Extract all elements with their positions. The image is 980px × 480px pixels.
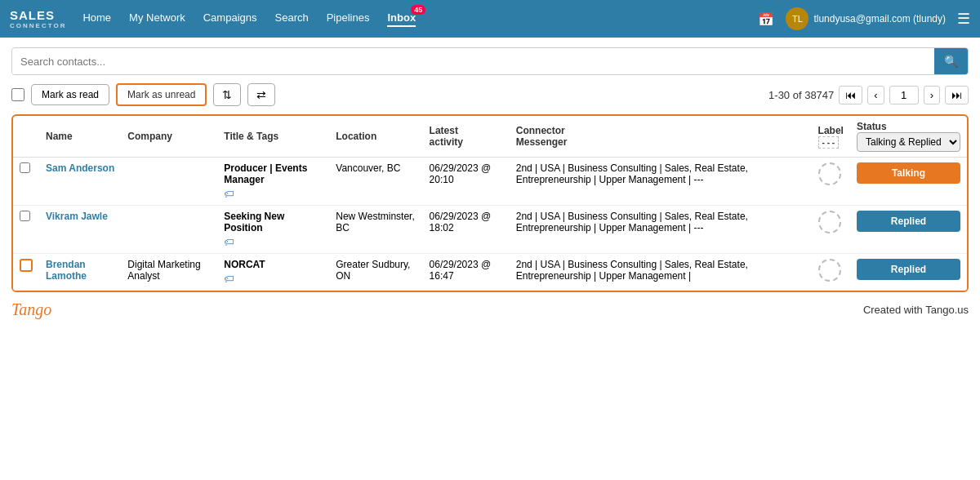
first-page-button[interactable]: ⏮ <box>839 86 862 104</box>
status-header: Status <box>857 121 960 132</box>
contacts-table-wrapper: Name Company Title & Tags Location Lates… <box>11 114 969 292</box>
row2-messenger: 2nd | USA | Business Consulting | Sales,… <box>516 211 748 233</box>
row2-title-cell: Seeking New Position 🏷 <box>217 206 329 254</box>
row3-activity-cell: 06/29/2023 @ 16:47 <box>423 254 510 291</box>
row2-label-cell <box>812 206 850 254</box>
main-content: 🔍 Mark as read Mark as unread ⇅ ⇄ 1-30 o… <box>0 38 980 480</box>
tag-icon-row1: 🏷 <box>224 188 234 200</box>
row1-messenger: 2nd | USA | Business Consulting | Sales,… <box>516 162 748 185</box>
th-company: Company <box>121 116 217 158</box>
search-button[interactable]: 🔍 <box>934 48 968 74</box>
row2-activity-cell: 06/29/2023 @ 18:02 <box>423 206 510 254</box>
tag-icon-row3: 🏷 <box>224 273 234 285</box>
row1-company-cell <box>121 158 217 206</box>
row1-location: Vancouver, BC <box>336 162 400 174</box>
row1-activity: 06/29/2023 @ 20:10 <box>430 162 492 185</box>
row2-location-cell: New Westminster, BC <box>329 206 422 254</box>
row2-activity: 06/29/2023 @ 18:02 <box>430 211 492 233</box>
row1-messenger-cell: 2nd | USA | Business Consulting | Sales,… <box>510 158 812 206</box>
th-checkbox <box>13 116 39 158</box>
navbar: SALES CONNECTOR Home My Network Campaign… <box>0 0 980 38</box>
nav-links: Home My Network Campaigns Search Pipelin… <box>82 11 758 27</box>
search-bar: 🔍 <box>11 47 969 75</box>
logo: SALES CONNECTOR <box>10 8 66 29</box>
row1-status-button[interactable]: Talking <box>857 162 960 184</box>
row1-status-cell: Talking <box>850 158 967 206</box>
pagination-info: 1-30 of 38747 <box>768 89 834 101</box>
table-header-row: Name Company Title & Tags Location Lates… <box>13 116 967 158</box>
nav-inbox[interactable]: Inbox 45 <box>387 11 416 27</box>
hamburger-icon[interactable]: ☰ <box>957 10 970 28</box>
th-location: Location <box>329 116 422 158</box>
shuffle-icon-button[interactable]: ⇄ <box>247 83 275 106</box>
search-input[interactable] <box>12 49 934 74</box>
page-input[interactable] <box>889 86 919 104</box>
select-all-checkbox[interactable] <box>11 88 24 101</box>
row2-checkbox[interactable] <box>20 211 30 221</box>
th-status: Status Talking & Replied All Talking Rep… <box>850 116 967 158</box>
mark-read-button[interactable]: Mark as read <box>31 84 109 105</box>
footer: Tango Created with Tango.us <box>11 292 969 319</box>
next-page-button[interactable]: › <box>924 86 940 104</box>
nav-campaigns[interactable]: Campaigns <box>203 11 257 27</box>
th-label: Label - - - <box>812 116 850 158</box>
row3-label-cell <box>812 254 850 291</box>
logo-text: SALES CONNECTOR <box>10 8 66 29</box>
row2-name-link[interactable]: Vikram Jawle <box>46 211 108 222</box>
th-name: Name <box>39 116 121 158</box>
row1-name-link[interactable]: Sam Anderson <box>46 162 114 174</box>
pagination: 1-30 of 38747 ⏮ ‹ › ⏭ <box>768 86 969 104</box>
row3-company-cell: Digital Marketing Analyst <box>121 254 217 291</box>
table-row: Sam Anderson Producer | Events Manager 🏷… <box>13 158 967 206</box>
row3-checkbox[interactable] <box>20 259 33 272</box>
prev-page-button[interactable]: ‹ <box>867 86 884 104</box>
tango-logo: Tango <box>11 300 51 319</box>
row1-label-circle <box>818 162 841 185</box>
row3-messenger-cell: 2nd | USA | Business Consulting | Sales,… <box>510 254 812 291</box>
avatar: TL <box>786 7 808 30</box>
created-with-label: Created with Tango.us <box>863 304 969 316</box>
row1-title-cell: Producer | Events Manager 🏷 <box>217 158 329 206</box>
row3-status-button[interactable]: Replied <box>857 259 960 280</box>
row2-location: New Westminster, BC <box>336 211 414 233</box>
nav-mynetwork[interactable]: My Network <box>129 11 185 27</box>
toolbar: Mark as read Mark as unread ⇅ ⇄ 1-30 of … <box>11 83 969 106</box>
nav-right: 📅 TL tlundyusa@gmail.com (tlundy) ☰ <box>758 7 970 30</box>
row1-checkbox[interactable] <box>20 162 30 173</box>
filter-icon-button[interactable]: ⇅ <box>213 83 241 106</box>
nav-home[interactable]: Home <box>82 11 111 27</box>
row3-activity: 06/29/2023 @ 16:47 <box>430 259 492 282</box>
row3-messenger: 2nd | USA | Business Consulting | Sales,… <box>516 259 748 282</box>
th-latest-activity: Latestactivity <box>423 116 510 158</box>
row3-title: NORCAT <box>224 259 265 270</box>
status-filter-dropdown[interactable]: Talking & Replied All Talking Replied No… <box>857 132 960 152</box>
row1-title: Producer | Events Manager <box>224 162 307 185</box>
mark-unread-button[interactable]: Mark as unread <box>116 83 207 106</box>
row2-company-cell <box>121 206 217 254</box>
row2-label-circle <box>818 211 841 233</box>
row3-location: Greater Sudbury, ON <box>336 259 410 282</box>
nav-pipelines[interactable]: Pipelines <box>327 11 370 27</box>
user-menu[interactable]: TL tlundyusa@gmail.com (tlundy) <box>786 7 946 30</box>
row3-checkbox-cell <box>13 254 39 291</box>
row3-name-cell: Brendan Lamothe <box>39 254 121 291</box>
row2-checkbox-cell <box>13 206 39 254</box>
row1-location-cell: Vancouver, BC <box>329 158 422 206</box>
row3-status-cell: Replied <box>850 254 967 291</box>
row2-status-cell: Replied <box>850 206 967 254</box>
row1-checkbox-cell <box>13 158 39 206</box>
row2-status-button[interactable]: Replied <box>857 211 960 232</box>
row2-messenger-cell: 2nd | USA | Business Consulting | Sales,… <box>510 206 812 254</box>
row2-name-cell: Vikram Jawle <box>39 206 121 254</box>
row3-name-link[interactable]: Brendan Lamothe <box>46 259 87 282</box>
row3-location-cell: Greater Sudbury, ON <box>329 254 422 291</box>
row3-company: Digital Marketing Analyst <box>127 259 200 282</box>
inbox-badge: 45 <box>411 5 425 15</box>
row1-label-cell <box>812 158 850 206</box>
calendar-icon[interactable]: 📅 <box>758 11 774 27</box>
last-page-button[interactable]: ⏭ <box>945 86 969 104</box>
table-row: Vikram Jawle Seeking New Position 🏷 New … <box>13 206 967 254</box>
nav-search[interactable]: Search <box>275 11 309 27</box>
th-connector-messenger: ConnectorMessenger <box>510 116 812 158</box>
tag-icon-row2: 🏷 <box>224 236 234 248</box>
